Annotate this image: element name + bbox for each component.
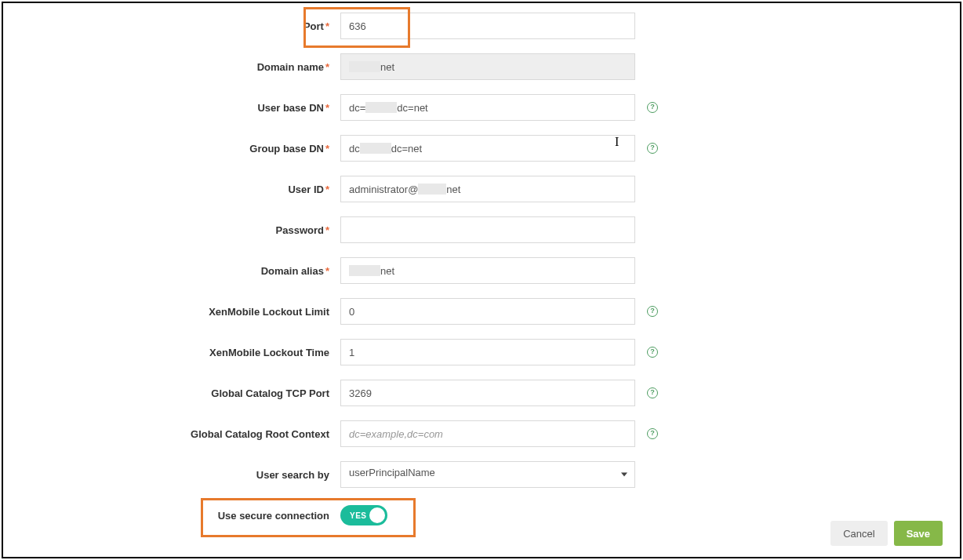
label-domain-alias: Domain alias: [261, 265, 324, 277]
user-search-by-select[interactable]: userPrincipalName: [340, 461, 635, 488]
row-lockout-time: XenMobile Lockout Time ?: [3, 339, 960, 365]
row-user-base-dn: User base DN* dc=dc=net ?: [3, 94, 960, 121]
label-user-base-dn: User base DN: [257, 102, 324, 114]
row-group-base-dn: Group base DN* dcdc=net ?: [3, 135, 960, 162]
text-cursor-icon: I: [615, 135, 619, 149]
label-password: Password: [276, 224, 324, 236]
use-secure-toggle[interactable]: YES: [340, 505, 387, 525]
help-icon[interactable]: ?: [647, 102, 658, 113]
required-marker: *: [325, 20, 329, 32]
label-domain-name: Domain name: [257, 61, 324, 73]
row-gc-tcp-port: Global Catalog TCP Port ?: [3, 380, 960, 406]
row-domain-name: Domain name* net: [3, 53, 960, 80]
required-marker: *: [325, 102, 329, 114]
label-use-secure: Use secure connection: [218, 510, 329, 522]
row-lockout-limit: XenMobile Lockout Limit ?: [3, 298, 960, 325]
row-use-secure: Use secure connection YES: [3, 502, 960, 529]
row-user-id: User ID* administrator@net: [3, 176, 960, 202]
help-icon[interactable]: ?: [647, 347, 658, 358]
required-marker: *: [325, 224, 329, 236]
label-gc-tcp-port: Global Catalog TCP Port: [211, 387, 329, 399]
help-icon[interactable]: ?: [647, 143, 658, 154]
save-button[interactable]: Save: [894, 521, 943, 546]
user-id-input[interactable]: administrator@net: [340, 176, 635, 202]
label-lockout-time: XenMobile Lockout Time: [209, 347, 329, 358]
help-icon[interactable]: ?: [647, 306, 658, 317]
port-input[interactable]: [340, 13, 635, 39]
row-port: Port*: [3, 13, 960, 39]
domain-alias-input[interactable]: net: [340, 257, 635, 284]
required-marker: *: [325, 184, 329, 195]
help-icon[interactable]: ?: [647, 387, 658, 398]
cancel-button[interactable]: Cancel: [830, 521, 887, 546]
gc-tcp-port-input[interactable]: [340, 380, 635, 406]
row-password: Password*: [3, 216, 960, 243]
help-icon[interactable]: ?: [647, 428, 658, 439]
label-lockout-limit: XenMobile Lockout Limit: [209, 306, 329, 318]
required-marker: *: [325, 61, 329, 73]
footer-actions: Cancel Save: [830, 521, 943, 546]
gc-root-ctx-input[interactable]: [340, 420, 635, 447]
label-port: Port: [303, 20, 324, 32]
password-input[interactable]: [340, 216, 635, 243]
user-base-dn-input[interactable]: dc=dc=net: [340, 94, 635, 121]
row-gc-root-ctx: Global Catalog Root Context ?: [3, 420, 960, 447]
label-group-base-dn: Group base DN: [249, 143, 324, 155]
group-base-dn-input[interactable]: dcdc=net: [340, 135, 635, 162]
required-marker: *: [325, 143, 329, 155]
toggle-knob: [369, 507, 385, 523]
row-user-search-by: User search by userPrincipalName: [3, 461, 960, 488]
label-user-search-by: User search by: [256, 469, 329, 481]
lockout-time-input[interactable]: [340, 339, 635, 365]
label-gc-root-ctx: Global Catalog Root Context: [191, 428, 329, 440]
lockout-limit-input[interactable]: [340, 298, 635, 325]
required-marker: *: [325, 265, 329, 277]
domain-name-input: net: [340, 53, 635, 80]
label-user-id: User ID: [288, 184, 324, 195]
ldap-settings-form: Port* Domain name* net User base DN* dc=…: [2, 2, 961, 558]
row-domain-alias: Domain alias* net: [3, 257, 960, 284]
